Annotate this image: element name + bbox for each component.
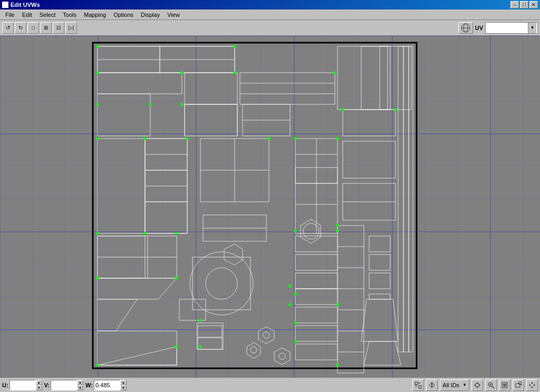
svg-point-128 bbox=[96, 364, 99, 367]
svg-point-131 bbox=[199, 345, 202, 348]
svg-point-122 bbox=[294, 340, 297, 343]
main-viewport[interactable] bbox=[0, 36, 540, 377]
svg-point-119 bbox=[336, 229, 339, 232]
svg-line-147 bbox=[492, 386, 494, 388]
toolbar: ↺ ↻ □ ⊞ ⊡ ▷| UV ▼ bbox=[0, 20, 540, 36]
svg-point-101 bbox=[96, 71, 99, 74]
svg-point-112 bbox=[294, 137, 297, 140]
pan-all-button[interactable] bbox=[526, 379, 538, 391]
menu-select[interactable]: Select bbox=[36, 10, 59, 19]
v-spinner[interactable]: ▲ ▼ bbox=[77, 380, 83, 390]
svg-rect-136 bbox=[419, 386, 421, 388]
svg-line-154 bbox=[521, 384, 522, 385]
u-increment[interactable]: ▲ bbox=[36, 380, 42, 385]
u-input[interactable] bbox=[9, 380, 36, 390]
minimize-button[interactable]: – bbox=[510, 1, 519, 8]
play-button[interactable]: ▷| bbox=[65, 22, 77, 34]
svg-point-134 bbox=[288, 303, 292, 306]
all-ids-label: All IDs bbox=[442, 382, 459, 388]
mirror-button[interactable] bbox=[426, 379, 438, 391]
move-button[interactable]: ⊞ bbox=[40, 22, 52, 34]
svg-point-117 bbox=[175, 277, 178, 280]
menu-display[interactable]: Display bbox=[138, 10, 163, 19]
v-input[interactable] bbox=[51, 380, 77, 390]
svg-point-106 bbox=[149, 103, 152, 106]
svg-point-126 bbox=[336, 224, 339, 227]
svg-rect-8 bbox=[0, 36, 540, 377]
zoom-extents-button[interactable] bbox=[499, 379, 510, 391]
svg-marker-139 bbox=[429, 383, 432, 388]
pan-button[interactable] bbox=[471, 379, 483, 391]
uv-canvas[interactable] bbox=[0, 36, 540, 377]
menu-file[interactable]: File bbox=[2, 10, 18, 19]
all-ids-dropdown[interactable]: All IDs ▼ bbox=[440, 379, 469, 391]
uv-icon bbox=[458, 22, 473, 34]
svg-point-99 bbox=[96, 45, 99, 48]
svg-point-114 bbox=[96, 232, 99, 235]
menu-edit[interactable]: Edit bbox=[19, 10, 35, 19]
svg-point-105 bbox=[96, 103, 99, 106]
zoom-region-button[interactable] bbox=[513, 379, 524, 391]
menu-tools[interactable]: Tools bbox=[60, 10, 80, 19]
svg-point-133 bbox=[288, 285, 292, 288]
svg-point-115 bbox=[175, 232, 178, 235]
svg-point-130 bbox=[199, 319, 202, 322]
svg-point-104 bbox=[333, 71, 336, 74]
redo-button[interactable]: ↻ bbox=[15, 22, 26, 34]
svg-point-129 bbox=[175, 345, 178, 348]
w-value: 0.485 bbox=[95, 382, 110, 388]
svg-point-113 bbox=[336, 137, 339, 140]
svg-rect-151 bbox=[503, 384, 506, 387]
dropdown-arrow-icon: ▼ bbox=[528, 23, 536, 33]
all-ids-arrow-icon: ▼ bbox=[462, 383, 467, 387]
menu-options[interactable]: Options bbox=[110, 10, 137, 19]
v-field: V: ▲ ▼ bbox=[44, 380, 83, 390]
app-icon: ▣ bbox=[2, 2, 8, 8]
svg-point-108 bbox=[96, 137, 99, 140]
title-bar: ▣ Edit UVWs – □ ✕ bbox=[0, 0, 540, 9]
u-spinner[interactable]: ▲ ▼ bbox=[36, 380, 42, 390]
w-input[interactable]: 0.485 bbox=[94, 380, 120, 390]
status-bar-right: All IDs ▼ bbox=[412, 379, 538, 391]
scale-button[interactable]: ⊡ bbox=[53, 22, 64, 34]
undo-button[interactable]: ↺ bbox=[2, 22, 14, 34]
svg-point-125 bbox=[394, 108, 397, 111]
v-increment[interactable]: ▲ bbox=[77, 380, 83, 385]
svg-point-116 bbox=[96, 277, 99, 280]
u-label: U: bbox=[2, 382, 8, 388]
svg-point-110 bbox=[186, 137, 189, 140]
svg-point-100 bbox=[233, 45, 236, 48]
status-bar: U: ▲ ▼ V: ▲ ▼ W: 0.485 bbox=[0, 377, 540, 392]
select-button[interactable]: □ bbox=[27, 22, 39, 34]
zoom-button[interactable] bbox=[485, 379, 497, 391]
svg-point-124 bbox=[341, 108, 344, 111]
uv-channel-dropdown[interactable]: ▼ bbox=[485, 22, 538, 34]
maximize-button[interactable]: □ bbox=[520, 1, 528, 8]
snap-button[interactable] bbox=[412, 379, 424, 391]
svg-point-109 bbox=[143, 137, 147, 140]
svg-point-118 bbox=[294, 229, 297, 232]
w-increment[interactable]: ▲ bbox=[120, 380, 127, 385]
svg-point-123 bbox=[336, 303, 339, 306]
menu-mapping[interactable]: Mapping bbox=[81, 10, 109, 19]
svg-point-111 bbox=[267, 137, 271, 140]
svg-point-107 bbox=[180, 103, 184, 106]
menu-bar: File Edit Select Tools Mapping Options D… bbox=[0, 9, 540, 20]
u-decrement[interactable]: ▼ bbox=[36, 385, 42, 390]
svg-point-103 bbox=[233, 71, 236, 74]
v-label: V: bbox=[44, 382, 50, 388]
close-button[interactable]: ✕ bbox=[529, 1, 538, 8]
w-decrement[interactable]: ▼ bbox=[120, 385, 127, 390]
svg-point-121 bbox=[294, 321, 297, 325]
toolbar-right: UV ▼ bbox=[458, 22, 538, 34]
w-spinner[interactable]: ▲ ▼ bbox=[120, 380, 127, 390]
v-decrement[interactable]: ▼ bbox=[77, 385, 83, 390]
menu-view[interactable]: View bbox=[164, 10, 183, 19]
svg-point-132 bbox=[143, 232, 147, 235]
svg-point-120 bbox=[294, 292, 297, 296]
uv-label: UV bbox=[475, 25, 483, 31]
svg-point-127 bbox=[336, 364, 339, 367]
window-controls: – □ ✕ bbox=[510, 1, 538, 8]
window-title: Edit UVWs bbox=[11, 2, 40, 8]
w-label: W: bbox=[85, 382, 93, 388]
